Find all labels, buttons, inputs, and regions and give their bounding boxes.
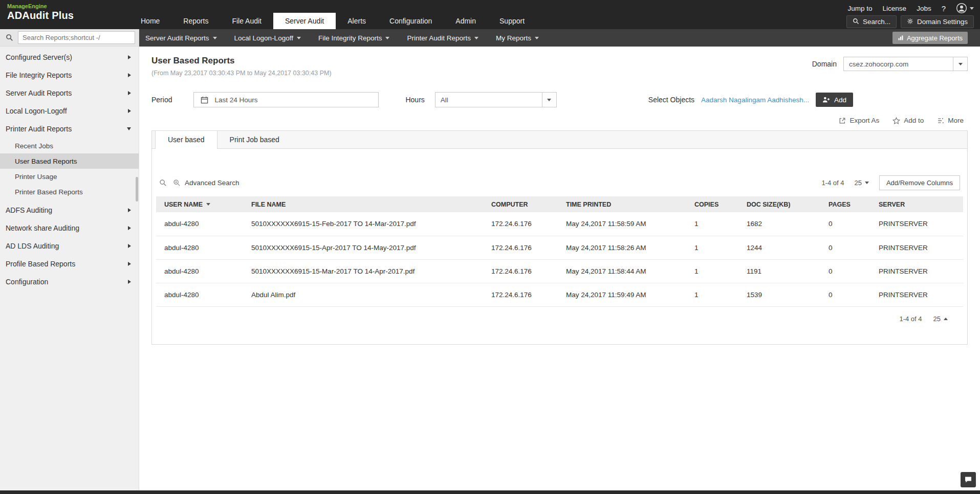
export-as-label: Export As: [850, 117, 879, 124]
sidebar-item-printer-usage[interactable]: Printer Usage: [0, 169, 139, 184]
content: Server Audit Reports Local Logon-Logoff …: [139, 29, 980, 494]
sidebar-item-adfs-auditing[interactable]: ADFS Auditing: [0, 201, 139, 219]
cell-file-name: 5010XXXXXX6915-15-Mar-2017 TO 14-Apr-201…: [246, 259, 486, 283]
hours-select[interactable]: All: [435, 92, 557, 107]
table-row[interactable]: abdul-4280 5010XXXXXX6915-15-Mar-2017 TO…: [156, 259, 963, 283]
tab-print-job-based[interactable]: Print Job based: [217, 131, 292, 148]
domain-selector-group: Domain csez.zohocorp.com: [812, 57, 968, 71]
column-header-pages[interactable]: PAGES: [823, 196, 874, 212]
page-size-select-bottom[interactable]: 25: [933, 315, 948, 323]
nav-tab-configuration[interactable]: Configuration: [378, 13, 444, 29]
brand: ManageEngine ADAudit Plus: [0, 0, 129, 29]
sidebar-item-recent-jobs[interactable]: Recent Jobs: [0, 138, 139, 153]
subnav-local-logon-logoff[interactable]: Local Logon-Logoff: [234, 34, 301, 42]
sidebar-item-label: ADFS Auditing: [6, 206, 128, 214]
license-link[interactable]: License: [883, 5, 907, 12]
jump-to-link[interactable]: Jump to: [848, 5, 873, 12]
table-row[interactable]: abdul-4280 5010XXXXXX6915-15-Apr-2017 TO…: [156, 236, 963, 259]
sidebar-item-printer-based-reports[interactable]: Printer Based Reports: [0, 184, 139, 199]
more-button[interactable]: More: [937, 117, 964, 124]
chevron-right-icon: [128, 55, 131, 59]
nav-tab-admin[interactable]: Admin: [444, 13, 488, 29]
sidebar-item-file-integrity-reports[interactable]: File Integrity Reports: [0, 66, 139, 84]
search-icon[interactable]: [6, 34, 13, 41]
add-to-label: Add to: [904, 117, 924, 124]
column-header-time-printed[interactable]: TIME PRINTED: [561, 196, 689, 212]
nav-tab-reports[interactable]: Reports: [171, 13, 220, 29]
jobs-link[interactable]: Jobs: [917, 5, 931, 12]
main-area: User Based Reports (From May 23,2017 03:…: [139, 47, 980, 494]
sidebar-item-ad-lds-auditing[interactable]: AD LDS Auditing: [0, 237, 139, 255]
table-header-row: USER NAME FILE NAME COMPUTER TIME PRINTE…: [156, 196, 963, 212]
sidebar-item-label: Configured Server(s): [6, 53, 128, 61]
column-header-server[interactable]: SERVER: [874, 196, 963, 212]
sidebar-item-server-audit-reports[interactable]: Server Audit Reports: [0, 84, 139, 102]
column-header-doc-size[interactable]: DOC SIZE(KB): [742, 196, 823, 212]
search-icon: [853, 18, 859, 26]
cell-file-name: 5010XXXXXX6915-15-Apr-2017 TO 14-May-201…: [246, 236, 486, 259]
help-icon[interactable]: ?: [942, 4, 946, 13]
column-header-computer[interactable]: COMPUTER: [486, 196, 561, 212]
cell-file-name: 5010XXXXXX6915-15-Feb-2017 TO 14-Mar-201…: [246, 212, 486, 236]
subnav-server-audit-reports[interactable]: Server Audit Reports: [145, 34, 217, 42]
sidebar-item-local-logon-logoff[interactable]: Local Logon-Logoff: [0, 102, 139, 120]
cell-computer: 172.24.6.176: [486, 283, 561, 306]
table-row[interactable]: abdul-4280 5010XXXXXX6915-15-Feb-2017 TO…: [156, 212, 963, 236]
page-size-select[interactable]: 25: [854, 179, 868, 187]
add-remove-columns-button[interactable]: Add/Remove Columns: [879, 175, 960, 190]
tab-user-based[interactable]: User based: [155, 131, 217, 149]
cell-time-printed: May 24,2017 11:59:49 AM: [561, 283, 689, 306]
quick-search-icon[interactable]: [159, 179, 167, 187]
period-picker[interactable]: Last 24 Hours: [193, 92, 379, 107]
chat-widget-button[interactable]: [961, 472, 976, 487]
chevron-up-icon: [944, 318, 948, 320]
cell-computer: 172.24.6.176: [486, 212, 561, 236]
header-actions: Search... Domain Settings: [846, 15, 974, 28]
sidebar-item-configured-servers[interactable]: Configured Server(s): [0, 48, 139, 66]
sidebar-item-network-share-auditing[interactable]: Network share Auditing: [0, 219, 139, 237]
domain-settings-button[interactable]: Domain Settings: [901, 15, 974, 28]
add-to-button[interactable]: Add to: [892, 117, 924, 124]
nav-tab-support[interactable]: Support: [488, 13, 536, 29]
advanced-search-label: Advanced Search: [185, 179, 239, 187]
subnav-file-integrity-reports[interactable]: File Integrity Reports: [318, 34, 390, 42]
nav-tab-home[interactable]: Home: [129, 13, 171, 29]
sidebar: Configured Server(s) File Integrity Repo…: [0, 29, 139, 494]
selected-objects-link[interactable]: Aadarsh Nagalingam Aadhishesh...: [701, 96, 809, 104]
subnav-label: Printer Audit Reports: [407, 34, 471, 42]
domain-select[interactable]: csez.zohocorp.com: [843, 57, 968, 71]
sidebar-item-printer-audit-reports[interactable]: Printer Audit Reports: [0, 120, 139, 138]
global-search-button[interactable]: Search...: [846, 15, 897, 28]
main-nav: Home Reports File Audit Server Audit Ale…: [129, 13, 536, 29]
sidebar-scrollbar[interactable]: [136, 177, 138, 201]
column-header-copies[interactable]: COPIES: [689, 196, 742, 212]
sidebar-search: [0, 29, 139, 47]
chart-icon: [898, 35, 904, 41]
user-avatar[interactable]: [956, 3, 974, 14]
table-row[interactable]: abdul-4280 Abdul Alim.pdf 172.24.6.176 M…: [156, 283, 963, 306]
nav-tab-alerts[interactable]: Alerts: [336, 13, 378, 29]
report-actions: Export As Add to More: [151, 117, 968, 124]
sidebar-item-label: Network share Auditing: [6, 224, 128, 232]
sidebar-item-configuration[interactable]: Configuration: [0, 273, 139, 290]
advanced-search-button[interactable]: Advanced Search: [173, 179, 239, 187]
subnav-printer-audit-reports[interactable]: Printer Audit Reports: [407, 34, 478, 42]
table-footer: 1-4 of 4 25: [156, 307, 963, 344]
sidebar-item-user-based-reports[interactable]: User Based Reports: [0, 153, 139, 169]
aggregate-reports-button[interactable]: Aggregate Reports: [892, 32, 968, 44]
subnav-label: Server Audit Reports: [145, 34, 209, 42]
domain-value: csez.zohocorp.com: [844, 60, 953, 68]
export-as-button[interactable]: Export As: [839, 117, 879, 124]
header-links: Jump to License Jobs ?: [848, 3, 974, 14]
sidebar-item-label: Configuration: [6, 278, 128, 286]
person-icon: [956, 3, 967, 14]
add-objects-button[interactable]: Add: [816, 93, 853, 107]
nav-tab-server-audit[interactable]: Server Audit: [273, 13, 336, 29]
sidebar-item-profile-based-reports[interactable]: Profile Based Reports: [0, 255, 139, 273]
column-header-user-name[interactable]: USER NAME: [156, 196, 246, 212]
subnav-my-reports[interactable]: My Reports: [496, 34, 539, 42]
calendar-icon: [194, 96, 214, 104]
column-header-file-name[interactable]: FILE NAME: [246, 196, 486, 212]
report-search-input[interactable]: [18, 31, 135, 44]
nav-tab-file-audit[interactable]: File Audit: [220, 13, 273, 29]
